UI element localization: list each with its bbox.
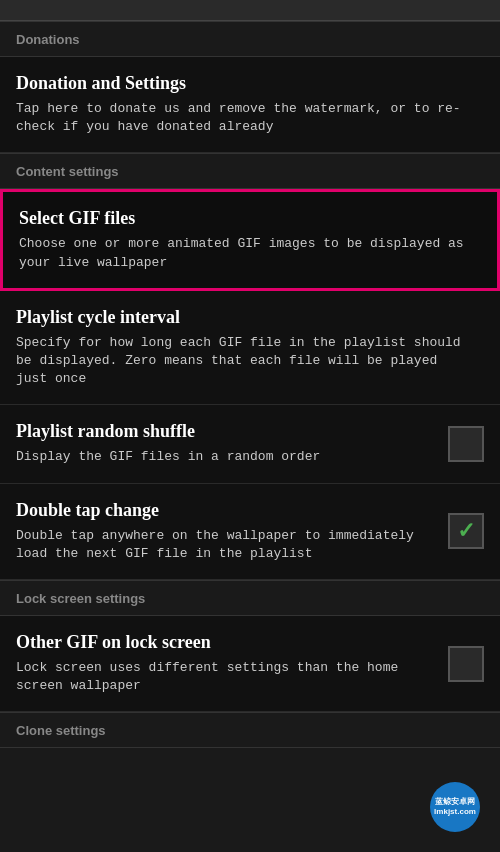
item-title-donation-settings: Donation and Settings bbox=[16, 73, 474, 94]
section-header-text-clone-settings: Clone settings bbox=[16, 723, 106, 738]
item-title-select-gif: Select GIF files bbox=[19, 208, 471, 229]
settings-item-playlist-shuffle[interactable]: Playlist random shuffleDisplay the GIF f… bbox=[0, 405, 500, 483]
item-description-playlist-cycle: Specify for how long each GIF file in th… bbox=[16, 334, 474, 389]
item-description-double-tap: Double tap anywhere on the wallpaper to … bbox=[16, 527, 438, 563]
item-content-other-gif-lock: Other GIF on lock screenLock screen uses… bbox=[16, 632, 448, 695]
checkbox-other-gif-lock[interactable] bbox=[448, 646, 484, 682]
section-header-text-donations: Donations bbox=[16, 32, 80, 47]
item-description-playlist-shuffle: Display the GIF files in a random order bbox=[16, 448, 438, 466]
item-content-select-gif: Select GIF filesChoose one or more anima… bbox=[19, 208, 481, 271]
section-header-text-content-settings: Content settings bbox=[16, 164, 119, 179]
item-content-playlist-cycle: Playlist cycle intervalSpecify for how l… bbox=[16, 307, 484, 389]
watermark: 蓝鲸安卓网lmkjst.com bbox=[430, 782, 480, 832]
item-description-other-gif-lock: Lock screen uses different settings than… bbox=[16, 659, 438, 695]
settings-item-double-tap[interactable]: Double tap changeDouble tap anywhere on … bbox=[0, 484, 500, 580]
section-header-donations: Donations bbox=[0, 21, 500, 57]
item-title-playlist-shuffle: Playlist random shuffle bbox=[16, 421, 438, 442]
settings-item-select-gif[interactable]: Select GIF filesChoose one or more anima… bbox=[0, 189, 500, 290]
section-header-clone-settings: Clone settings bbox=[0, 712, 500, 748]
settings-item-donation-settings[interactable]: Donation and SettingsTap here to donate … bbox=[0, 57, 500, 153]
item-title-playlist-cycle: Playlist cycle interval bbox=[16, 307, 474, 328]
checkbox-playlist-shuffle[interactable] bbox=[448, 426, 484, 462]
settings-item-other-gif-lock[interactable]: Other GIF on lock screenLock screen uses… bbox=[0, 616, 500, 712]
title-bar bbox=[0, 0, 500, 21]
item-description-select-gif: Choose one or more animated GIF images t… bbox=[19, 235, 471, 271]
section-header-text-lock-screen: Lock screen settings bbox=[16, 591, 145, 606]
section-header-lock-screen: Lock screen settings bbox=[0, 580, 500, 616]
item-content-playlist-shuffle: Playlist random shuffleDisplay the GIF f… bbox=[16, 421, 448, 466]
item-content-donation-settings: Donation and SettingsTap here to donate … bbox=[16, 73, 484, 136]
item-title-other-gif-lock: Other GIF on lock screen bbox=[16, 632, 438, 653]
settings-item-playlist-cycle[interactable]: Playlist cycle intervalSpecify for how l… bbox=[0, 291, 500, 406]
item-description-donation-settings: Tap here to donate us and remove the wat… bbox=[16, 100, 474, 136]
item-content-double-tap: Double tap changeDouble tap anywhere on … bbox=[16, 500, 448, 563]
checkbox-double-tap[interactable] bbox=[448, 513, 484, 549]
section-header-content-settings: Content settings bbox=[0, 153, 500, 189]
item-title-double-tap: Double tap change bbox=[16, 500, 438, 521]
